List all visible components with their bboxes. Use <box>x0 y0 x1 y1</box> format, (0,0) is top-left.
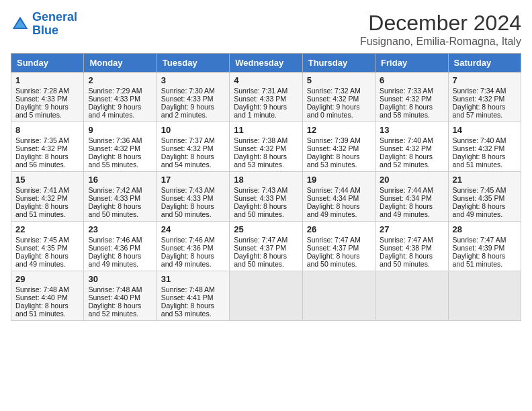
cell-line: Sunset: 4:32 PM <box>307 144 371 152</box>
day-number: 21 <box>453 175 517 185</box>
cell-line: Sunrise: 7:43 AM <box>234 186 298 194</box>
cell-line: Sunset: 4:33 PM <box>234 95 298 103</box>
cell-line: Sunset: 4:32 PM <box>234 144 298 152</box>
calendar-cell: 13Sunrise: 7:40 AMSunset: 4:32 PMDayligh… <box>375 122 448 172</box>
cell-line: and 49 minutes. <box>161 260 225 268</box>
cell-line: Sunrise: 7:48 AM <box>88 285 152 293</box>
cell-line: Sunset: 4:38 PM <box>380 244 443 252</box>
cell-line: Daylight: 9 hours <box>234 103 298 111</box>
cell-line: Daylight: 9 hours <box>307 103 371 111</box>
cell-line: Sunset: 4:32 PM <box>15 144 79 152</box>
cell-line: Sunrise: 7:45 AM <box>453 186 517 194</box>
cell-line: Sunset: 4:37 PM <box>307 244 371 252</box>
calendar-week-1: 1Sunrise: 7:28 AMSunset: 4:33 PMDaylight… <box>11 73 521 122</box>
calendar-cell: 4Sunrise: 7:31 AMSunset: 4:33 PMDaylight… <box>230 73 302 122</box>
cell-line: Sunrise: 7:37 AM <box>161 136 225 144</box>
cell-line: Sunrise: 7:46 AM <box>88 236 152 244</box>
calendar-cell: 16Sunrise: 7:42 AMSunset: 4:33 PMDayligh… <box>84 172 157 222</box>
cell-line: Sunrise: 7:28 AM <box>15 87 79 95</box>
cell-line: Sunset: 4:35 PM <box>15 244 79 252</box>
cell-line: and 50 minutes. <box>380 260 443 268</box>
cell-line: and 50 minutes. <box>307 260 371 268</box>
calendar-cell: 9Sunrise: 7:36 AMSunset: 4:32 PMDaylight… <box>84 122 157 172</box>
calendar-title: December 2024 <box>360 11 521 36</box>
day-number: 2 <box>88 75 152 85</box>
cell-line: Sunrise: 7:47 AM <box>307 236 371 244</box>
day-number: 10 <box>161 125 225 135</box>
cell-line: Sunset: 4:36 PM <box>161 244 225 252</box>
page-header: General Blue December 2024 Fusignano, Em… <box>11 11 521 48</box>
calendar-cell: 26Sunrise: 7:47 AMSunset: 4:37 PMDayligh… <box>302 222 375 271</box>
day-number: 23 <box>88 224 152 234</box>
cell-line: and 0 minutes. <box>307 111 371 119</box>
cell-line: Sunrise: 7:39 AM <box>307 136 371 144</box>
cell-line: and 54 minutes. <box>161 161 225 169</box>
header-cell-monday: Monday <box>84 54 157 73</box>
cell-line: Daylight: 8 hours <box>307 152 371 161</box>
cell-line: Sunrise: 7:38 AM <box>234 136 298 144</box>
cell-line: Daylight: 8 hours <box>161 252 225 260</box>
cell-line: Daylight: 8 hours <box>234 152 298 161</box>
cell-line: Sunrise: 7:36 AM <box>88 136 152 144</box>
logo: General Blue <box>11 11 77 38</box>
header-cell-sunday: Sunday <box>11 54 84 73</box>
cell-line: Sunset: 4:33 PM <box>88 95 152 103</box>
day-number: 11 <box>234 125 298 135</box>
cell-line: Sunset: 4:33 PM <box>15 95 79 103</box>
calendar-cell: 3Sunrise: 7:30 AMSunset: 4:33 PMDaylight… <box>157 73 229 122</box>
cell-line: Sunset: 4:33 PM <box>161 194 225 202</box>
calendar-cell: 10Sunrise: 7:37 AMSunset: 4:32 PMDayligh… <box>157 122 229 172</box>
cell-line: Sunrise: 7:48 AM <box>15 285 79 293</box>
day-number: 24 <box>161 224 225 234</box>
cell-line: Daylight: 8 hours <box>88 252 152 260</box>
cell-line: Sunset: 4:41 PM <box>161 293 225 302</box>
cell-line: and 49 minutes. <box>380 210 443 218</box>
cell-line: Sunset: 4:32 PM <box>161 144 225 152</box>
cell-line: Daylight: 8 hours <box>88 152 152 161</box>
calendar-cell: 21Sunrise: 7:45 AMSunset: 4:35 PMDayligh… <box>448 172 521 222</box>
day-number: 27 <box>380 224 443 234</box>
cell-line: Sunset: 4:32 PM <box>88 144 152 152</box>
cell-line: Sunrise: 7:45 AM <box>15 236 79 244</box>
cell-line: Daylight: 8 hours <box>307 202 371 210</box>
day-number: 15 <box>15 175 79 185</box>
cell-line: Daylight: 8 hours <box>380 202 443 210</box>
cell-line: Daylight: 8 hours <box>161 202 225 210</box>
calendar-header: SundayMondayTuesdayWednesdayThursdayFrid… <box>11 54 521 73</box>
cell-line: Sunrise: 7:44 AM <box>307 186 371 194</box>
cell-line: Sunrise: 7:33 AM <box>380 87 443 95</box>
calendar-cell <box>230 271 302 321</box>
header-cell-saturday: Saturday <box>448 54 521 73</box>
cell-line: Daylight: 8 hours <box>307 252 371 260</box>
calendar-cell: 22Sunrise: 7:45 AMSunset: 4:35 PMDayligh… <box>11 222 84 271</box>
calendar-week-4: 22Sunrise: 7:45 AMSunset: 4:35 PMDayligh… <box>11 222 521 271</box>
cell-line: Daylight: 8 hours <box>15 302 79 310</box>
cell-line: Sunset: 4:33 PM <box>161 95 225 103</box>
header-cell-friday: Friday <box>375 54 448 73</box>
cell-line: and 51 minutes. <box>453 161 517 169</box>
cell-line: Daylight: 8 hours <box>380 152 443 161</box>
cell-line: Daylight: 8 hours <box>380 103 443 111</box>
cell-line: Daylight: 8 hours <box>380 252 443 260</box>
cell-line: Daylight: 8 hours <box>15 152 79 161</box>
cell-line: Daylight: 8 hours <box>453 103 517 111</box>
calendar-cell: 1Sunrise: 7:28 AMSunset: 4:33 PMDaylight… <box>11 73 84 122</box>
cell-line: Sunset: 4:32 PM <box>453 144 517 152</box>
cell-line: Sunset: 4:39 PM <box>453 244 517 252</box>
calendar-cell: 27Sunrise: 7:47 AMSunset: 4:38 PMDayligh… <box>375 222 448 271</box>
cell-line: and 51 minutes. <box>453 260 517 268</box>
cell-line: Daylight: 9 hours <box>88 103 152 111</box>
cell-line: Sunrise: 7:29 AM <box>88 87 152 95</box>
day-number: 13 <box>380 125 443 135</box>
cell-line: Sunrise: 7:47 AM <box>453 236 517 244</box>
cell-line: Sunrise: 7:44 AM <box>380 186 443 194</box>
cell-line: and 49 minutes. <box>453 210 517 218</box>
cell-line: Sunset: 4:34 PM <box>307 194 371 202</box>
cell-line: and 58 minutes. <box>380 111 443 119</box>
calendar-cell: 11Sunrise: 7:38 AMSunset: 4:32 PMDayligh… <box>230 122 302 172</box>
header-cell-tuesday: Tuesday <box>157 54 229 73</box>
cell-line: Sunrise: 7:32 AM <box>307 87 371 95</box>
cell-line: Sunrise: 7:34 AM <box>453 87 517 95</box>
calendar-cell: 15Sunrise: 7:41 AMSunset: 4:32 PMDayligh… <box>11 172 84 222</box>
cell-line: and 51 minutes. <box>15 210 79 218</box>
